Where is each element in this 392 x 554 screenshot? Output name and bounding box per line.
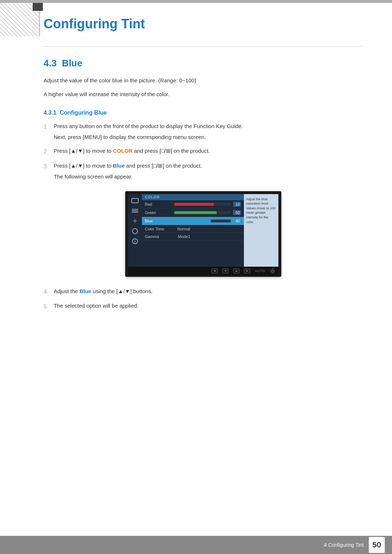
menu-row-red: Red 10 xyxy=(142,200,244,209)
section-title: Blue xyxy=(62,58,82,69)
blue-bar-container xyxy=(174,219,231,222)
subsection-number: 4.3.1 xyxy=(44,110,57,116)
red-bar-container xyxy=(174,203,231,206)
step-content: Press any button on the front of the pro… xyxy=(54,122,363,141)
menu-row-colortone: Color Tone Normal xyxy=(142,225,244,233)
page-title: Configuring Tint xyxy=(44,16,363,32)
list-item: 3 Press [▲/▼] to move to Blue and press … xyxy=(44,161,363,181)
menu-label-blue: Blue xyxy=(145,219,172,223)
step-text: The selected option will be applied. xyxy=(54,303,138,309)
step-number: 5 xyxy=(44,302,54,311)
btn-right-icon: ► xyxy=(246,269,249,272)
move-icon: ✛ xyxy=(133,218,137,224)
green-bar-fill xyxy=(174,211,217,214)
monitor-icon-lines xyxy=(131,208,139,214)
gear-icon xyxy=(132,228,138,234)
menu-row-blue: Blue 40 xyxy=(142,217,244,225)
menu-title-label: COLOR xyxy=(145,195,160,199)
body-paragraph-2: A higher value will increase the intensi… xyxy=(44,90,363,99)
subsection-title: Configuring Blue xyxy=(60,110,107,116)
info-icon: i xyxy=(132,238,138,244)
btn-auto-label: AUTO xyxy=(255,269,265,273)
steps-list-2: 4 Adjust the Blue using the [▲/▼] button… xyxy=(44,287,363,311)
monitor-screenshot: ✛ i COLOR Red xyxy=(44,191,363,277)
step-text-post: and press [□/⊞] on the product. xyxy=(132,148,210,154)
menu-label-red: Red xyxy=(145,202,172,206)
monitor-menu-panel: COLOR Red 10 Green xyxy=(142,194,244,267)
menu-row-green: Green 50 xyxy=(142,209,244,217)
menu-header: COLOR xyxy=(142,194,244,200)
step-content: Press [▲/▼] to move to COLOR and press [… xyxy=(54,147,363,155)
red-value: 10 xyxy=(233,202,241,207)
keyword-color: COLOR xyxy=(113,148,132,154)
btn-up: ▲ xyxy=(233,268,240,274)
step-text-pre: Press [▲/▼] to move to xyxy=(54,163,113,169)
step-text-post: and press [□/⊞] on the product. xyxy=(125,163,202,169)
keyword-blue-2: Blue xyxy=(79,288,91,294)
blue-bar-fill xyxy=(174,219,211,222)
list-item: 2 Press [▲/▼] to move to COLOR and press… xyxy=(44,147,363,156)
top-stripe xyxy=(0,0,392,3)
line-1 xyxy=(132,209,138,210)
section-number: 4.3 xyxy=(44,58,57,69)
monitor-sidebar: ✛ i xyxy=(128,194,142,267)
menu-label-colortone: Color Tone xyxy=(145,227,172,231)
monitor-icon-display xyxy=(131,198,139,204)
footer-section-label: 4 Configuring Tint xyxy=(324,542,364,548)
power-icon: ⏻ xyxy=(271,269,274,273)
monitor-icon-info: i xyxy=(131,238,139,244)
blue-value: 40 xyxy=(233,218,241,223)
step-text: Press any button on the front of the pro… xyxy=(54,123,243,129)
btn-down-icon: ▼ xyxy=(224,269,227,272)
green-bar-container xyxy=(174,211,231,214)
monitor-outer: ✛ i COLOR Red xyxy=(125,191,281,277)
display-icon xyxy=(131,198,139,203)
keyword-blue: Blue xyxy=(113,163,125,169)
list-item: 1 Press any button on the front of the p… xyxy=(44,122,363,141)
green-value: 50 xyxy=(233,210,241,215)
gamma-value: Mode1 xyxy=(172,234,190,239)
lines-icon xyxy=(132,209,138,213)
step-number: 3 xyxy=(44,162,54,171)
step-subtext: The following screen will appear. xyxy=(54,172,363,181)
menu-label-gamma: Gamma xyxy=(145,234,172,239)
body-paragraph-1: Adjust the value of the color blue in th… xyxy=(44,76,363,85)
list-item: 5 The selected option will be applied. xyxy=(44,301,363,311)
line-3 xyxy=(132,212,138,213)
btn-left: ◄ xyxy=(211,268,218,274)
monitor-bottom-bar: ◄ ▼ ▲ ► AUTO ⏻ xyxy=(128,267,278,275)
btn-right: ► xyxy=(244,268,250,274)
section-heading: 4.3 Blue xyxy=(44,58,363,69)
menu-row-gamma: Gamma Mode1 xyxy=(142,233,244,241)
step-text-pre: Adjust the xyxy=(54,288,79,294)
step-content: Press [▲/▼] to move to Blue and press [□… xyxy=(54,161,363,181)
btn-down: ▼ xyxy=(222,268,229,274)
list-item: 4 Adjust the Blue using the [▲/▼] button… xyxy=(44,287,363,297)
step-content: The selected option will be applied. xyxy=(54,301,363,310)
tab-marker xyxy=(33,3,43,11)
step-text-post: using the [▲/▼] buttons. xyxy=(91,288,152,294)
subsection-heading: 4.3.1 Configuring Blue xyxy=(44,110,363,116)
btn-up-icon: ▲ xyxy=(235,269,238,272)
monitor-icon-gear xyxy=(131,228,139,234)
page-footer: 4 Configuring Tint 50 xyxy=(0,536,392,554)
footer-page-number: 50 xyxy=(369,537,385,553)
steps-list: 1 Press any button on the front of the p… xyxy=(44,122,363,181)
step-text-pre: Press [▲/▼] to move to xyxy=(54,148,113,154)
step-number: 4 xyxy=(44,287,54,297)
step-content: Adjust the Blue using the [▲/▼] buttons. xyxy=(54,287,363,296)
step-subtext: Next, press [MENU] to display the corres… xyxy=(54,133,363,141)
monitor-screen: ✛ i COLOR Red xyxy=(128,194,278,267)
colortone-value: Normal xyxy=(172,227,190,231)
line-2 xyxy=(132,210,138,211)
tooltip-text: Adjust the blue saturation level. Values… xyxy=(246,197,275,224)
step-number: 2 xyxy=(44,147,54,156)
title-divider xyxy=(44,46,363,47)
red-bar-fill xyxy=(174,203,214,206)
monitor-tooltip: Adjust the blue saturation level. Values… xyxy=(244,194,278,267)
menu-label-green: Green xyxy=(145,210,172,215)
btn-left-icon: ◄ xyxy=(213,269,216,272)
step-number: 1 xyxy=(44,122,54,132)
btn-power: ⏻ xyxy=(270,268,275,274)
monitor-icon-move: ✛ xyxy=(131,218,139,224)
